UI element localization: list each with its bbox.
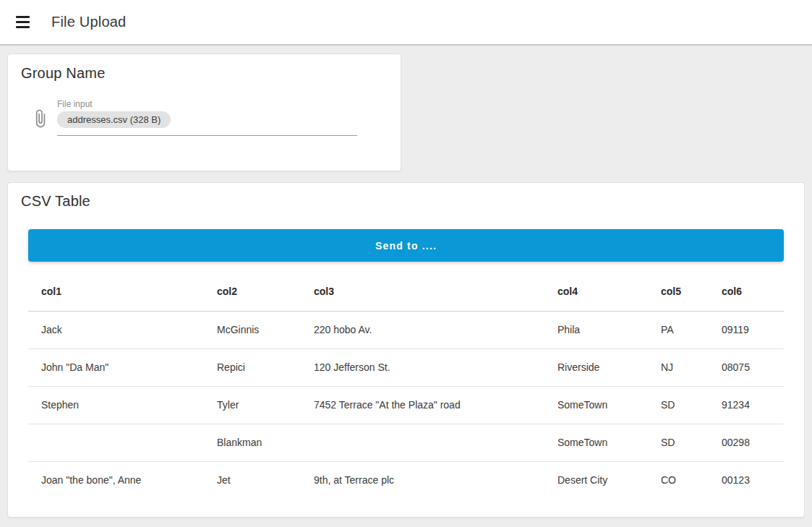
menu-icon-bar	[16, 26, 30, 28]
table-cell: Desert City	[544, 461, 648, 499]
table-cell: 9th, at Terrace plc	[301, 461, 544, 499]
table-cell: Phila	[544, 311, 648, 348]
table-cell: Joan "the bone", Anne	[28, 461, 204, 499]
table-row: Joan "the bone", AnneJet9th, at Terrace …	[28, 461, 784, 499]
column-header: col3	[301, 273, 544, 311]
table-cell: CO	[648, 461, 709, 499]
file-input[interactable]: File input addresses.csv (328 B)	[57, 99, 388, 136]
table-cell: SomeTown	[544, 386, 648, 424]
csv-table-card: CSV Table Send to .... col1col2col3col4c…	[7, 182, 805, 518]
table-cell: 08075	[709, 348, 784, 386]
table-cell: 00123	[709, 461, 784, 499]
page-title: File Upload	[51, 14, 126, 30]
paperclip-icon[interactable]	[30, 108, 50, 129]
app-bar: File Upload	[0, 0, 812, 46]
table-cell: 00298	[709, 424, 784, 461]
csv-table: col1col2col3col4col5col6 JackMcGinnis220…	[28, 273, 784, 499]
page-content: Group Name File input addresses.csv (328…	[0, 46, 812, 518]
file-input-label: File input	[57, 99, 388, 109]
table-cell: Riverside	[544, 348, 648, 386]
column-header: col6	[709, 273, 784, 311]
table-cell: John "Da Man"	[28, 348, 204, 386]
table-cell	[28, 424, 204, 461]
file-chip[interactable]: addresses.csv (328 B)	[57, 111, 171, 128]
table-row: StephenTyler7452 Terrace "At the Plaza" …	[28, 386, 784, 424]
table-cell: Jet	[204, 461, 301, 499]
column-header: col4	[544, 273, 648, 311]
table-cell: SomeTown	[544, 424, 648, 461]
send-button[interactable]: Send to ....	[28, 229, 784, 262]
table-header-row: col1col2col3col4col5col6	[28, 273, 784, 311]
column-header: col2	[204, 273, 301, 311]
table-cell: 91234	[709, 386, 784, 424]
table-cell: Blankman	[204, 424, 301, 461]
column-header: col5	[648, 273, 709, 311]
group-name-card-title: Group Name	[21, 65, 388, 82]
menu-icon-bar	[16, 21, 30, 23]
group-name-card: Group Name File input addresses.csv (328…	[7, 53, 401, 171]
table-cell: SD	[648, 386, 709, 424]
table-cell: Tyler	[204, 386, 301, 424]
table-cell: SD	[648, 424, 709, 461]
table-cell	[301, 424, 544, 461]
table-cell: McGinnis	[204, 311, 301, 348]
table-cell: 7452 Terrace "At the Plaza" road	[301, 386, 544, 424]
table-cell: 09119	[709, 311, 784, 348]
table-cell: Stephen	[28, 386, 204, 424]
menu-icon[interactable]	[16, 16, 30, 28]
table-cell: PA	[648, 311, 709, 348]
table-cell: 220 hobo Av.	[301, 311, 544, 348]
table-cell: 120 Jefferson St.	[301, 348, 544, 386]
table-row: John "Da Man"Repici120 Jefferson St.Rive…	[28, 348, 784, 386]
table-cell: Repici	[204, 348, 301, 386]
menu-icon-bar	[16, 16, 30, 18]
csv-table-card-title: CSV Table	[8, 193, 804, 210]
table-cell: NJ	[648, 348, 709, 386]
file-input-row: File input addresses.csv (328 B)	[21, 99, 388, 136]
column-header: col1	[28, 273, 204, 311]
table-cell: Jack	[28, 311, 204, 348]
csv-table-body: JackMcGinnis220 hobo Av.PhilaPA09119John…	[28, 311, 784, 499]
table-row: BlankmanSomeTownSD00298	[28, 424, 784, 461]
table-row: JackMcGinnis220 hobo Av.PhilaPA09119	[28, 311, 784, 348]
file-input-underline	[57, 135, 357, 136]
